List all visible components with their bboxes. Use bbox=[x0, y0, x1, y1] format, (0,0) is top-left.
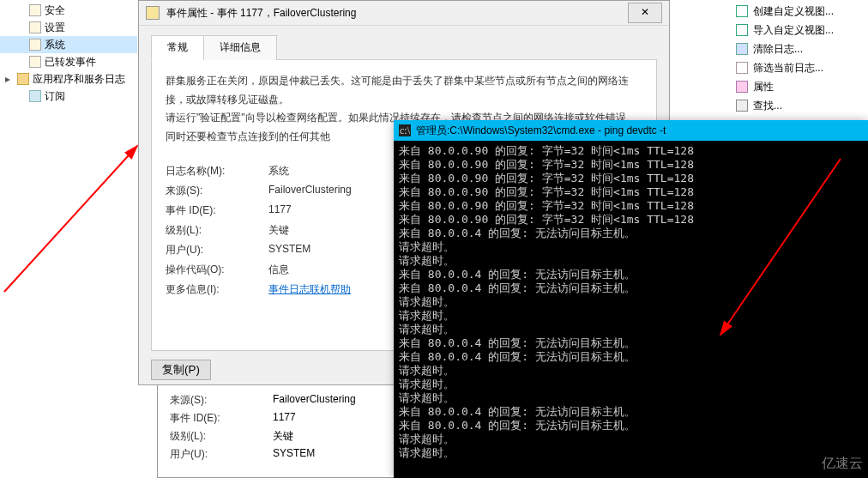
close-button[interactable]: ✕ bbox=[628, 3, 662, 23]
action-label: 创建自定义视图... bbox=[753, 4, 834, 19]
tree-item-system[interactable]: 系统 bbox=[0, 36, 137, 53]
action-import-view[interactable]: 导入自定义视图... bbox=[731, 21, 868, 39]
filter-log-icon bbox=[736, 62, 748, 74]
action-label: 查找... bbox=[753, 99, 782, 113]
properties-icon bbox=[736, 81, 748, 93]
tree-label: 应用程序和服务日志 bbox=[33, 72, 125, 87]
subscriptions-icon bbox=[29, 90, 41, 102]
moreinfo-label: 更多信息(I): bbox=[166, 282, 268, 297]
bg-level-value: 关键 bbox=[273, 429, 293, 444]
bg-source-label: 来源(S): bbox=[170, 393, 273, 408]
dialog-icon bbox=[146, 6, 160, 20]
opcode-label: 操作代码(O): bbox=[166, 263, 268, 277]
clear-log-icon bbox=[736, 43, 748, 55]
user-value: SYSTEM bbox=[268, 243, 310, 257]
tab-general[interactable]: 常规 bbox=[151, 35, 204, 60]
log-name-label: 日志名称(M): bbox=[166, 164, 268, 178]
log-icon bbox=[29, 39, 41, 51]
log-name-value: 系统 bbox=[268, 164, 289, 178]
tree-label: 订阅 bbox=[45, 89, 65, 104]
tab-details[interactable]: 详细信息 bbox=[203, 35, 277, 60]
actions-pane: 创建自定义视图... 导入自定义视图... 清除日志... 筛选当前日志... … bbox=[731, 0, 868, 117]
level-value: 关键 bbox=[268, 223, 289, 238]
action-filter-log[interactable]: 筛选当前日志... bbox=[731, 58, 868, 77]
log-icon bbox=[29, 21, 41, 33]
bg-user-value: SYSTEM bbox=[273, 447, 315, 462]
bg-source-value: FailoverClustering bbox=[273, 393, 356, 408]
action-create-view[interactable]: 创建自定义视图... bbox=[731, 2, 868, 21]
create-view-icon bbox=[736, 5, 748, 17]
copy-button[interactable]: 复制(P) bbox=[151, 360, 211, 380]
action-properties[interactable]: 属性 bbox=[731, 77, 868, 96]
moreinfo-link[interactable]: 事件日志联机帮助 bbox=[268, 282, 351, 297]
tree-item-subscriptions[interactable]: 订阅 bbox=[0, 88, 137, 105]
dialog-titlebar[interactable]: 事件属性 - 事件 1177，FailoverClustering ✕ bbox=[139, 1, 669, 26]
event-tree: 安全 设置 系统 已转发事件 ▸应用程序和服务日志 订阅 bbox=[0, 0, 137, 478]
opcode-value: 信息 bbox=[268, 263, 289, 277]
source-label: 来源(S): bbox=[166, 184, 268, 198]
expand-icon[interactable]: ▸ bbox=[3, 75, 12, 83]
tree-item-forwarded[interactable]: 已转发事件 bbox=[0, 53, 137, 70]
action-clear-log[interactable]: 清除日志... bbox=[731, 39, 868, 58]
bg-eventid-label: 事件 ID(E): bbox=[170, 411, 273, 426]
action-label: 导入自定义视图... bbox=[753, 23, 834, 38]
tree-label: 设置 bbox=[45, 21, 65, 35]
log-icon bbox=[29, 4, 41, 16]
bg-eventid-value: 1177 bbox=[273, 411, 296, 426]
cmd-title-prefix: 管理员: bbox=[416, 124, 449, 138]
action-label: 清除日志... bbox=[753, 42, 803, 57]
find-icon bbox=[736, 100, 748, 112]
folder-icon bbox=[17, 73, 29, 85]
dialog-title: 事件属性 - 事件 1177，FailoverClustering bbox=[166, 6, 628, 21]
tree-label: 安全 bbox=[45, 3, 65, 18]
cmd-output[interactable]: 来自 80.0.0.90 的回复: 字节=32 时间<1ms TTL=128 来… bbox=[394, 141, 868, 463]
cmd-title-path: C:\Windows\System32\cmd.exe - ping devdt… bbox=[449, 124, 666, 136]
action-label: 属性 bbox=[753, 80, 774, 94]
level-label: 级别(L): bbox=[166, 223, 268, 238]
event-description-1: 群集服务正在关闭，原因是仲裁已丢失。这可能是由于丢失了群集中某些节点或所有节点之… bbox=[166, 72, 642, 109]
log-icon bbox=[29, 56, 41, 68]
action-find[interactable]: 查找... bbox=[731, 96, 868, 115]
tab-strip: 常规 详细信息 bbox=[151, 34, 657, 60]
watermark: 亿速云 bbox=[822, 455, 863, 473]
cmd-window[interactable]: c:\ 管理员: C:\Windows\System32\cmd.exe - p… bbox=[394, 120, 868, 478]
tree-label: 系统 bbox=[45, 38, 65, 52]
tree-label: 已转发事件 bbox=[45, 55, 96, 70]
source-value: FailoverClustering bbox=[268, 184, 352, 198]
user-label: 用户(U): bbox=[166, 243, 268, 257]
cmd-icon: c:\ bbox=[399, 124, 411, 136]
import-view-icon bbox=[736, 24, 748, 36]
action-label: 筛选当前日志... bbox=[753, 61, 823, 76]
eventid-value: 1177 bbox=[268, 203, 292, 218]
tree-item-setup[interactable]: 设置 bbox=[0, 19, 137, 36]
bg-level-label: 级别(L): bbox=[170, 429, 273, 444]
eventid-label: 事件 ID(E): bbox=[166, 203, 268, 218]
cmd-titlebar[interactable]: c:\ 管理员: C:\Windows\System32\cmd.exe - p… bbox=[394, 120, 868, 141]
tree-item-security[interactable]: 安全 bbox=[0, 2, 137, 19]
tree-item-app-services[interactable]: ▸应用程序和服务日志 bbox=[0, 70, 137, 88]
bg-user-label: 用户(U): bbox=[170, 447, 273, 462]
